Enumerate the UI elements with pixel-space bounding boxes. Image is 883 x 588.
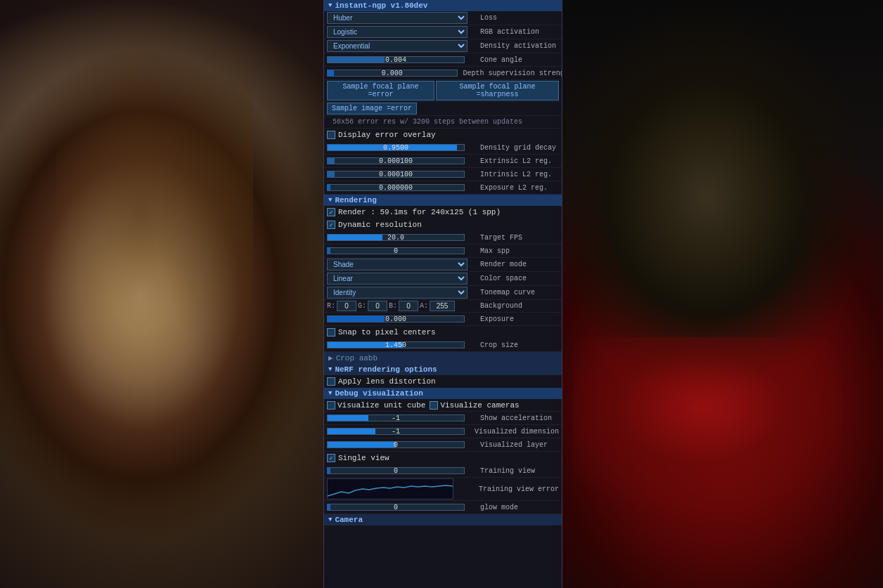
display-error-overlay-row: Display error overlay [324, 129, 562, 141]
rendering-label: Rendering [335, 196, 376, 204]
background-r-input[interactable] [337, 301, 356, 311]
background-b-field: B: [389, 301, 418, 311]
glow-mode-row: 0 glow mode [324, 501, 562, 514]
cone-angle-slider[interactable]: 0.004 [327, 54, 465, 65]
camera-arrow: ▼ [328, 516, 332, 523]
sample-focal-sharpness-btn[interactable]: Sample focal plane =sharpness [436, 81, 559, 100]
apply-lens-distortion-checkbox[interactable] [327, 377, 335, 386]
depth-supervision-slider[interactable]: 0.000 [327, 67, 458, 79]
rendering-section-header[interactable]: ▼ Rendering [324, 195, 562, 206]
background-a-input[interactable] [430, 301, 455, 311]
b-label: B: [389, 302, 397, 310]
density-grid-decay-slider[interactable]: 0.9500 [327, 142, 465, 153]
title-arrow: ▼ [328, 2, 332, 9]
max-spp-label: Max spp [475, 247, 559, 255]
snap-to-pixel-row: Snap to pixel centers [324, 326, 562, 339]
dynamic-resolution-label: Dynamic resolution [338, 221, 422, 229]
single-view-checkbox[interactable] [327, 454, 335, 462]
extrinsic-l2-slider[interactable]: 0.000100 [327, 155, 465, 166]
apply-lens-distortion-row: Apply lens distortion [324, 375, 562, 388]
density-grid-decay-row: 0.9500 Density grid decay [324, 141, 562, 155]
loss-row: HuberL1L2 Loss [324, 11, 562, 25]
nerf-rendering-arrow: ▼ [328, 366, 332, 373]
exposure-row: 0.000 Exposure [324, 313, 562, 326]
display-error-overlay-checkbox[interactable] [327, 131, 335, 139]
sample-image-error-btn[interactable]: Sample image =error [327, 103, 417, 115]
extrinsic-l2-label: Extrinsic L2 reg. [475, 157, 559, 165]
glow-mode-slider[interactable]: 0 [327, 502, 465, 513]
depth-supervision-label: Depth supervision streng [458, 70, 559, 77]
visualize-cameras-checkbox[interactable] [430, 401, 438, 410]
crop-size-slider[interactable]: 1.450 [327, 339, 465, 351]
extrinsic-l2-value: 0.000100 [379, 157, 413, 165]
exposure-l2-row: 0.000000 Exposure L2 reg. [324, 181, 562, 195]
snap-to-pixel-label: Snap to pixel centers [338, 328, 436, 337]
training-view-error-row: Training view error [324, 478, 562, 501]
training-view-slider[interactable]: 0 [327, 465, 465, 476]
visualized-layer-slider[interactable]: 0 [327, 439, 465, 450]
background-b-input[interactable] [399, 301, 418, 311]
glow-mode-label: glow mode [475, 504, 559, 511]
loss-select[interactable]: HuberL1L2 [327, 12, 468, 24]
visualize-unit-cube-label: Visualize unit cube [337, 401, 425, 410]
exposure-value: 0.000 [385, 315, 406, 323]
color-space-select[interactable]: LinearsRGB [327, 273, 468, 285]
exposure-l2-slider[interactable]: 0.000000 [327, 182, 465, 193]
intrinsic-l2-row: 0.000100 Intrinsic L2 reg. [324, 168, 562, 181]
render-info-row: Render : 59.1ms for 240x125 (1 spp) [324, 206, 562, 218]
max-spp-slider[interactable]: 0 [327, 245, 465, 256]
background-g-input[interactable] [368, 301, 387, 311]
error-res-info-row: 56x56 error res w/ 3200 steps between up… [324, 116, 562, 129]
nerf-rendering-label: NeRF rendering options [335, 365, 437, 374]
panel-title[interactable]: ▼ instant-ngp v1.80dev [324, 0, 562, 11]
extrinsic-l2-row: 0.000100 Extrinsic L2 reg. [324, 155, 562, 168]
debug-viz-arrow: ▼ [328, 390, 332, 397]
target-fps-slider[interactable]: 20.0 [327, 232, 465, 243]
a-label: A: [420, 302, 428, 310]
sample-focal-error-btn[interactable]: Sample focal plane =error [327, 81, 434, 100]
depth-supervision-row: 0.000 Depth supervision streng [324, 67, 562, 80]
dynamic-resolution-checkbox[interactable] [327, 221, 335, 229]
show-acceleration-label: Show acceleration [475, 414, 559, 422]
render-info-text: Render : 59.1ms for 240x125 (1 spp) [338, 208, 501, 216]
camera-section-header[interactable]: ▼ Camera [324, 514, 562, 525]
rgb-activation-select[interactable]: LogisticReLUNone [327, 26, 468, 38]
render-info-checkbox[interactable] [327, 208, 335, 216]
r-label: R: [327, 302, 335, 310]
display-error-overlay-label: Display error overlay [338, 131, 436, 139]
target-fps-label: Target FPS [475, 234, 559, 242]
crop-size-label: Crop size [475, 341, 559, 349]
exposure-slider[interactable]: 0.000 [327, 313, 465, 325]
render-mode-select[interactable]: ShadeNormalsPositionsDepth [327, 259, 468, 270]
visualized-layer-value: 0 [394, 441, 398, 449]
exposure-label: Exposure [475, 315, 559, 323]
background-g-field: G: [358, 301, 387, 311]
nerf-rendering-header[interactable]: ▼ NeRF rendering options [324, 364, 562, 375]
crop-size-value: 1.450 [385, 341, 406, 349]
visualized-layer-row: 0 Visualized layer [324, 438, 562, 452]
visualized-dimension-slider[interactable]: -1 [327, 426, 465, 437]
rgb-activation-row: LogisticReLUNone RGB activation [324, 25, 562, 39]
background-r-field: R: [327, 301, 356, 311]
debug-viz-header[interactable]: ▼ Debug visualization [324, 388, 562, 399]
crop-size-row: 1.450 Crop size [324, 339, 562, 352]
intrinsic-l2-slider[interactable]: 0.000100 [327, 169, 465, 180]
visualized-layer-label: Visualized layer [475, 441, 559, 449]
crop-aabb-header[interactable]: ▶ Crop aabb [324, 352, 562, 364]
density-grid-decay-label: Density grid decay [475, 144, 559, 152]
loss-label: Loss [475, 14, 559, 22]
rendering-arrow: ▼ [328, 197, 332, 204]
exposure-l2-label: Exposure L2 reg. [475, 184, 559, 192]
snap-to-pixel-checkbox[interactable] [327, 328, 335, 337]
visualize-unit-cube-checkbox[interactable] [327, 401, 335, 410]
density-activation-select[interactable]: ExponentialReLUNone [327, 40, 468, 52]
color-space-label: Color space [475, 275, 559, 282]
apply-lens-distortion-label: Apply lens distortion [338, 377, 436, 386]
background-right [553, 0, 883, 588]
show-acceleration-slider[interactable]: -1 [327, 412, 465, 424]
background-color-row: R: G: B: A: Background [324, 300, 562, 313]
title-text: instant-ngp v1.80dev [335, 1, 427, 10]
tonemap-curve-row: IdentityACESHableReinhard Tonemap curve [324, 286, 562, 300]
show-acceleration-row: -1 Show acceleration [324, 412, 562, 425]
tonemap-curve-select[interactable]: IdentityACESHableReinhard [327, 287, 468, 299]
